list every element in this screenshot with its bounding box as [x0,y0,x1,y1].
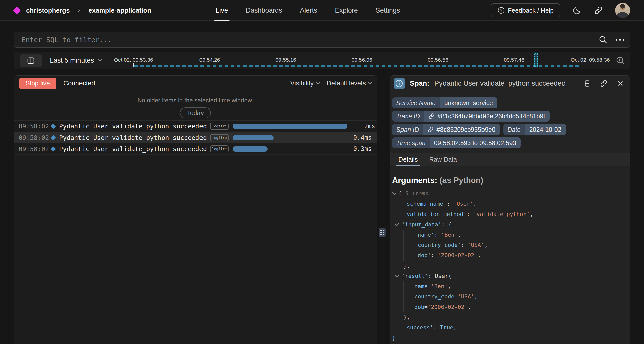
log-row-message: Pydantic User validate_python succeeded [59,134,210,141]
feedback-help-button[interactable]: ? Feedback / Help [491,3,560,17]
svg-text:?: ? [500,8,502,12]
code-token: 'schema_name' [403,201,447,207]
chevron-down-icon [368,81,372,85]
tab-alerts[interactable]: Alerts [300,0,317,21]
arguments-heading: Arguments: (as Python) [390,166,630,185]
log-row-message: Pydantic User validate_python succeeded [59,123,210,130]
code-token: name [414,283,428,289]
log-row[interactable]: 09:58:02Pydantic User validate_python su… [14,143,377,155]
copy-link-icon[interactable] [599,78,609,89]
question-icon: ? [497,7,505,14]
code-token: ), [403,314,410,320]
panel-drag-handle-icon[interactable] [379,228,386,237]
tab-explore[interactable]: Explore [335,0,358,21]
detail-tab-raw-data[interactable]: Raw Data [429,153,457,166]
timeline-bar: Last 5 minutes Oct 02, 09:53:3609:54:260… [14,52,630,69]
code-token: 'result' [401,273,428,279]
code-token: 'validate_python' [473,211,530,217]
badge-value-text: unknown_service [444,99,493,107]
indent-guide [392,322,403,333]
indent-guide [392,312,403,322]
badge-value-text: 2024-10-02 [529,126,561,133]
code-token: : [461,242,468,248]
breadcrumb-org[interactable]: christophergs [26,7,70,14]
timeline-tick-label: 09:57:46 [504,57,525,63]
badge-label: Time span [392,137,430,148]
timeline-tick-mark [438,63,438,67]
chevron-down-icon [98,58,102,62]
time-range-label: Last 5 minutes [50,57,94,64]
split-view-icon[interactable] [582,78,592,89]
arguments-code-block: { 5 items'schema_name': 'User','validati… [390,188,630,343]
badge-value-text: #8c85209cb935b9e0 [436,126,495,133]
indent-guide [403,302,414,312]
panel-divider-line[interactable] [382,75,382,344]
code-line: ), [392,312,630,322]
collapse-chevron-icon[interactable] [392,190,396,195]
code-token: dob [414,304,424,310]
user-avatar[interactable] [615,3,630,18]
timeline-tick-label: Oct 02, 09:58:36 [571,57,610,63]
empty-window-message: No older items in the selected time wind… [14,97,377,104]
time-range-dropdown[interactable]: Last 5 minutes [50,52,101,69]
timeline-tick-label: Oct 02, 09:53:36 [114,57,153,63]
log-row[interactable]: 09:58:02Pydantic User validate_python su… [14,121,377,132]
detail-tab-details[interactable]: Details [398,153,418,166]
more-options-icon[interactable] [616,39,624,41]
link-icon [427,126,434,133]
logfire-tag[interactable]: logfire [210,145,229,152]
stop-live-button[interactable]: Stop live [19,78,56,89]
badge-label: Service Name [392,97,440,108]
logfire-logo-icon[interactable] [13,6,21,15]
feedback-help-label: Feedback / Help [508,7,554,14]
code-token: , [458,232,461,238]
badge-value: unknown_service [440,97,497,108]
badge-value[interactable]: #8c85209cb935b9e0 [423,124,500,135]
span-bar-area [233,124,347,129]
span-duration-label: 0.4ms [344,134,372,141]
search-icon[interactable] [598,35,608,45]
span-bar-area [233,146,344,152]
indent-guide [392,250,403,261]
visibility-dropdown[interactable]: Visibility [290,79,319,87]
span-bar-area [233,135,344,140]
badge-value-text: #81c364b79bbd92ef26b4dd5ff4c81b9f [437,113,545,120]
timeline-activity-spike[interactable] [534,53,538,67]
share-link-icon[interactable] [593,5,603,15]
indent-guide [403,230,414,240]
span-duration-bar [233,135,274,140]
breadcrumb-project[interactable]: example-application [88,7,151,14]
tab-settings[interactable]: Settings [376,0,400,21]
indent-guide [392,261,403,271]
code-line: } [392,333,630,343]
logfire-tag[interactable]: logfire [210,134,229,141]
badge-value[interactable]: #81c364b79bbd92ef26b4dd5ff4c81b9f [424,111,550,122]
logfire-tag[interactable]: logfire [210,123,229,130]
indent-guide [403,250,414,261]
indent-guide [403,281,414,291]
span-diamond-icon [51,135,56,140]
badge-span-id: Span ID#8c85209cb935b9e0 [392,124,500,135]
moon-icon[interactable] [572,5,582,15]
log-row[interactable]: 09:58:02Pydantic User validate_python su… [14,132,377,143]
sql-filter-input[interactable] [20,36,598,44]
span-diamond-icon [51,123,56,129]
badge-label: Date [503,124,525,135]
zoom-in-icon[interactable] [615,55,626,66]
code-token: , [484,242,488,248]
timeline-divider [108,55,108,66]
badge-value-text: 09:58:02.593 to 09:58:02.593 [434,139,516,147]
timeline-tick-mark [286,63,286,67]
close-icon[interactable] [615,78,625,89]
tab-live[interactable]: Live [216,0,228,21]
timeline-tick-label: 09:56:06 [352,57,372,63]
visibility-label: Visibility [290,79,313,87]
default-levels-dropdown[interactable]: Default levels [327,79,372,87]
code-token: 'validation_method' [403,211,467,217]
code-line: 'success': True, [392,322,630,333]
tab-dashboards[interactable]: Dashboards [246,0,283,21]
code-line: }, [392,261,630,271]
badge-row: Trace ID#81c364b79bbd92ef26b4dd5ff4c81b9… [392,111,627,122]
sidebar-toggle-icon[interactable] [20,54,42,67]
code-token: 'name' [414,232,434,238]
